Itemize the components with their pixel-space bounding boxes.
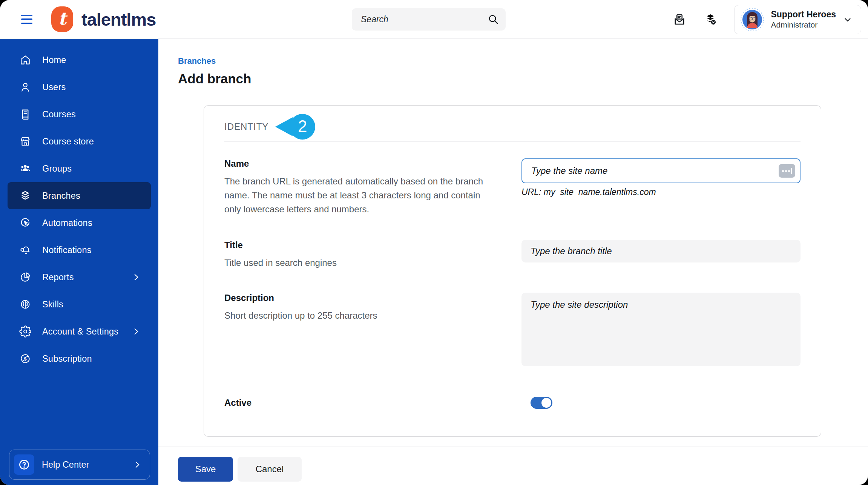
sidebar-nav: Home Users Courses Course store Groups B… [0,39,158,485]
help-center-button[interactable]: Help Center [9,450,150,480]
branch-title-input[interactable] [521,240,801,262]
active-field-row: Active [224,394,801,436]
layers-icon [19,189,32,202]
title-label: Title [224,240,495,250]
section-divider [224,141,801,142]
sidebar-item-notifications[interactable]: Notifications [8,236,151,264]
sidebar-item-subscription[interactable]: $ Subscription [8,345,151,372]
branch-switcher-icon[interactable] [703,12,718,27]
cancel-button[interactable]: Cancel [238,457,302,482]
storefront-icon [19,135,32,148]
callout-number: 2 [290,114,315,140]
group-icon [19,162,32,175]
site-name-input[interactable] [521,158,801,183]
bell-icon [19,244,32,256]
help-center-label: Help Center [42,460,89,470]
toggle-knob [541,398,551,408]
sidebar-item-course-store[interactable]: Course store [8,128,151,155]
page-title: Add branch [178,71,868,86]
name-field-row: Name The branch URL is generated automat… [224,158,801,240]
sidebar-item-label: Reports [42,272,74,282]
sidebar-item-skills[interactable]: Skills [8,291,151,318]
inbox-message-icon[interactable] [672,12,687,27]
description-field-row: Description Short description up to 255 … [224,293,801,368]
user-icon [19,81,32,94]
text-cursor-icon [779,164,795,178]
svg-text:$: $ [24,356,26,362]
description-label: Description [224,293,495,303]
active-label: Active [224,398,495,408]
breadcrumb-branches-link[interactable]: Branches [178,56,216,66]
sidebar-item-automations[interactable]: Automations [8,209,151,236]
sidebar-item-label: Home [42,55,66,65]
gear-icon [19,325,32,338]
user-role: Administrator [771,20,836,30]
identity-section-header: IDENTITY 2 [224,114,801,140]
active-toggle[interactable] [531,397,552,409]
name-description: The branch URL is generated automaticall… [224,174,488,216]
title-field-row: Title Title used in search engines [224,240,801,293]
user-profile-menu[interactable]: Support Heroes Administrator [734,5,861,34]
site-description-textarea[interactable] [521,293,801,366]
search-input[interactable] [352,8,506,31]
hamburger-menu-icon[interactable] [21,15,32,24]
chevron-right-icon [131,327,141,336]
sidebar-item-label: Automations [42,218,92,228]
sidebar-item-label: Courses [42,109,76,120]
sidebar-item-account-settings[interactable]: Account & Settings [8,318,151,345]
book-icon [19,108,32,121]
sidebar-item-home[interactable]: Home [8,46,151,74]
sidebar-item-label: Users [42,82,66,92]
main-content: Branches Add branch IDENTITY 2 Name The … [158,39,868,485]
sidebar-item-groups[interactable]: Groups [8,155,151,182]
home-icon [19,54,32,66]
talentlms-logo-icon[interactable]: t [51,6,73,32]
sidebar-item-label: Subscription [42,354,92,364]
avatar [741,8,764,31]
question-circle-icon [14,454,34,475]
brain-icon [19,298,32,311]
save-button[interactable]: Save [178,457,233,482]
description-description: Short description up to 255 characters [224,308,488,322]
pie-chart-icon [19,271,32,284]
name-label: Name [224,158,495,169]
sidebar-item-label: Notifications [42,245,92,255]
form-actions: Save Cancel [178,457,868,482]
user-name: Support Heroes [771,9,836,20]
sidebar-item-label: Skills [42,299,63,310]
identity-card: IDENTITY 2 Name The branch URL is genera… [204,105,821,437]
title-description: Title used in search engines [224,256,488,270]
identity-section-title: IDENTITY [224,121,268,132]
top-right-controls: Support Heroes Administrator [672,0,861,39]
search-icon[interactable] [488,14,499,26]
chevron-down-icon [843,15,853,25]
search-box [352,8,506,31]
sidebar-item-reports[interactable]: Reports [8,264,151,291]
sidebar-item-label: Course store [42,137,94,147]
step-2-callout: 2 [275,114,315,140]
automation-icon [19,216,32,229]
brand-wordmark: talentlms [81,9,156,30]
sidebar-item-label: Account & Settings [42,327,118,337]
sidebar-item-branches[interactable]: Branches [8,182,151,209]
top-bar: t talentlms [0,0,868,39]
renew-dollar-icon: $ [19,352,32,365]
sidebar-item-label: Branches [42,191,80,201]
app-window: t talentlms [0,0,868,485]
url-helper-text: URL: my_site_name.talentlms.com [521,187,801,197]
sidebar-item-users[interactable]: Users [8,74,151,101]
sidebar-item-label: Groups [42,164,72,174]
chevron-right-icon [131,272,141,282]
user-identity: Support Heroes Administrator [771,9,836,30]
sidebar-item-courses[interactable]: Courses [8,101,151,128]
footer-divider [158,447,868,447]
chevron-right-icon [132,460,142,470]
